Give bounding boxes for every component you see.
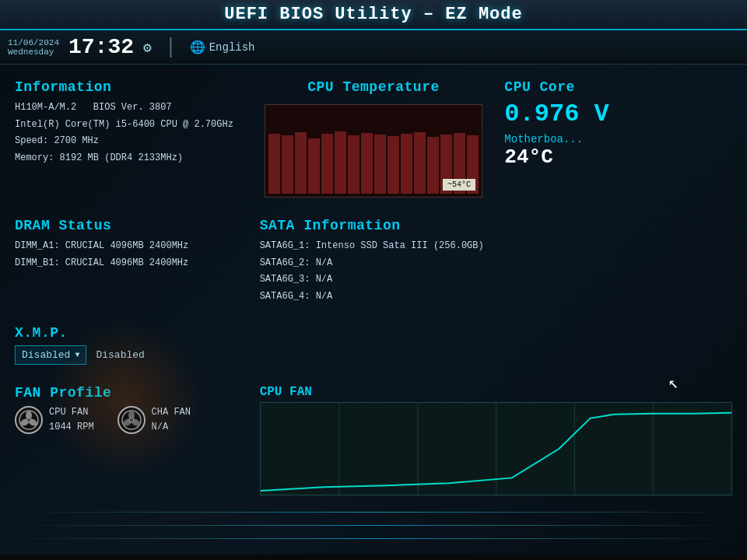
divider-3	[6, 538, 741, 539]
cpu-fan-info: CPU FAN 1044 RPM	[49, 405, 94, 435]
temp-bar-3	[295, 132, 307, 194]
dram-dimm-b1: DIMM_B1: CRUCIAL 4096MB 2400MHz	[15, 255, 243, 272]
sata-3: SATA6G_3: N/A	[260, 271, 732, 289]
temp-bar-1	[268, 134, 280, 194]
temp-bar-6	[335, 131, 346, 194]
temp-bar-12	[414, 132, 426, 194]
sata-1: SATA6G_1: Intenso SSD Sata III (256.0GB)	[260, 238, 732, 255]
cpu-fan-chart-section: CPU FAN % 100 50	[251, 378, 741, 509]
dram-title: DRAM Status	[15, 218, 243, 233]
day-value: Wednesday	[8, 47, 59, 57]
sata-2: SATA6G_2: N/A	[260, 255, 732, 272]
cpu-temperature-section: CPU Temperature ~54°C	[251, 71, 496, 211]
temp-bar-11	[401, 134, 412, 194]
fan-chart-svg	[261, 403, 731, 495]
globe-icon: 🌐	[190, 40, 205, 55]
time-display: 17:32	[68, 35, 134, 59]
cpu-fan-icon	[15, 406, 43, 434]
temp-bar-13	[427, 137, 439, 194]
info-model: H110M-A/M.2	[15, 102, 76, 113]
time-divider: |	[164, 35, 177, 59]
information-section: Information H110M-A/M.2 BIOS Ver. 3807 I…	[6, 71, 251, 211]
dram-dimm-a1: DIMM_A1: CRUCIAL 4096MB 2400MHz	[15, 238, 243, 255]
cpu-fan-chart-title: CPU FAN	[260, 385, 732, 399]
dropdown-arrow-icon: ▼	[75, 351, 79, 359]
xmp-section: X.M.P. Disabled ▼ Disabled	[6, 318, 251, 378]
header-title: UEFI BIOS Utility – EZ Mode	[224, 5, 522, 24]
cha-fan-svg	[121, 409, 142, 431]
cpu-core-section: CPU Core 0.976 V Motherboa... 24°C	[496, 71, 741, 211]
xmp-status: Disabled	[96, 349, 144, 361]
cpu-core-voltage: 0.976 V	[504, 100, 732, 128]
temp-bar-5	[321, 134, 333, 194]
fan-profile-title: FAN Profile	[15, 385, 243, 401]
svg-point-4	[26, 418, 31, 422]
information-title: Information	[15, 79, 243, 95]
cpu-fan-rpm: 1044 RPM	[49, 420, 94, 435]
cpu-fan-label: CPU FAN	[49, 405, 94, 420]
datetime-bar: 11/06/2024 Wednesday 17:32 ⚙ | 🌐 English	[0, 30, 747, 65]
cursor-icon: ↖	[668, 373, 679, 394]
date-info: 11/06/2024 Wednesday	[8, 38, 59, 57]
cha-fan-info: CHA FAN N/A	[152, 405, 191, 435]
temp-bar-10	[388, 136, 399, 194]
cha-fan-item: CHA FAN N/A	[117, 405, 191, 435]
divider-2	[6, 525, 741, 526]
xmp-dropdown-value: Disabled	[22, 349, 70, 361]
cpu-temp-title: CPU Temperature	[307, 79, 440, 95]
fan-profile-section: FAN Profile CPU FAN 1044 RPM	[6, 378, 251, 509]
divider-1	[6, 512, 741, 513]
xmp-dropdown[interactable]: Disabled ▼	[15, 345, 86, 365]
cpu-fan-svg	[18, 409, 40, 431]
gear-icon[interactable]: ⚙	[143, 39, 152, 56]
temp-bar-7	[348, 135, 359, 194]
cpu-core-title: CPU Core	[504, 79, 732, 95]
temp-label: ~54°C	[443, 179, 475, 191]
sata-4: SATA6G_4: N/A	[260, 289, 732, 306]
temp-bar-2	[282, 135, 293, 194]
cha-fan-rpm: N/A	[152, 420, 191, 435]
fan-items: CPU FAN 1044 RPM CHA FAN N/A	[15, 405, 243, 435]
motherboard-label: Motherboa...	[504, 133, 732, 145]
cpu-fan-item: CPU FAN 1044 RPM	[15, 405, 94, 435]
xmp-title: X.M.P.	[15, 325, 243, 341]
temp-bar-8	[361, 133, 373, 194]
cha-fan-icon	[117, 406, 146, 434]
cpu-temp-graph: ~54°C	[265, 104, 482, 198]
temp-bar-4	[308, 138, 320, 194]
language-label: English	[209, 41, 255, 54]
info-cpu: Intel(R) Core(TM) i5-6400 CPU @ 2.70GHz	[15, 117, 243, 134]
motherboard-temp: 24°C	[504, 145, 732, 169]
xmp-spacer: ↖	[251, 318, 741, 378]
date-value: 11/06/2024	[8, 38, 59, 47]
header-bar: UEFI BIOS Utility – EZ Mode	[0, 0, 747, 30]
info-model-bios: H110M-A/M.2 BIOS Ver. 3807	[15, 100, 243, 117]
xmp-dropdown-wrapper: Disabled ▼ Disabled	[15, 345, 243, 365]
sata-title: SATA Information	[260, 218, 732, 233]
language-selector[interactable]: 🌐 English	[190, 40, 255, 55]
temp-bar-9	[374, 135, 386, 194]
sata-section: SATA Information SATA6G_1: Intenso SSD S…	[251, 211, 741, 318]
info-bios: BIOS Ver. 3807	[93, 102, 172, 113]
main-content: Information H110M-A/M.2 BIOS Ver. 3807 I…	[0, 65, 747, 555]
chart-background: % 100 50	[260, 402, 732, 495]
cha-fan-label: CHA FAN	[152, 405, 191, 420]
cursor-area: ↖	[251, 318, 741, 378]
info-memory: Memory: 8192 MB (DDR4 2133MHz)	[15, 150, 243, 167]
svg-point-9	[129, 418, 134, 422]
cpu-fan-chart-container: % 100 50	[260, 402, 732, 495]
info-speed: Speed: 2700 MHz	[15, 133, 243, 150]
dram-section: DRAM Status DIMM_A1: CRUCIAL 4096MB 2400…	[6, 211, 251, 318]
